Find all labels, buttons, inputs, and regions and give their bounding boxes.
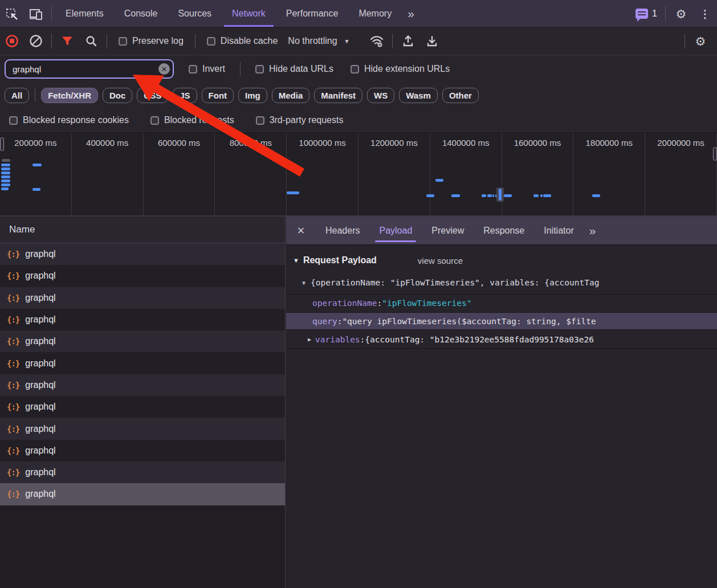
- filter-chip-css[interactable]: CSS: [137, 88, 168, 103]
- payload-summary-row[interactable]: ▼ {operationName: "ipFlowTimeseries", va…: [286, 273, 717, 292]
- name-column-header[interactable]: Name: [0, 217, 285, 243]
- disable-cache-checkbox[interactable]: Disable cache: [207, 36, 278, 46]
- checkbox[interactable]: [351, 65, 359, 74]
- filter-chip-media[interactable]: Media: [272, 88, 310, 103]
- collapse-triangle-icon[interactable]: ▼: [293, 257, 299, 264]
- network-conditions-icon[interactable]: [365, 34, 389, 48]
- payload-row-operation-name[interactable]: operationName: "ipFlowTimeseries": [286, 294, 717, 312]
- request-row[interactable]: {:}graphql: [0, 309, 285, 330]
- tab-preview[interactable]: Preview: [422, 217, 474, 244]
- kebab-menu-icon[interactable]: ⋮: [693, 1, 717, 27]
- request-row[interactable]: {:}graphql: [0, 330, 285, 352]
- request-row[interactable]: {:}graphql: [0, 352, 285, 374]
- settings-gear-icon[interactable]: ⚙: [669, 1, 693, 27]
- request-row[interactable]: {:}graphql: [0, 396, 285, 418]
- checkbox[interactable]: [150, 116, 159, 125]
- filter-chip-ws[interactable]: WS: [367, 88, 394, 103]
- tab-response[interactable]: Response: [474, 217, 534, 244]
- preserve-log-checkbox[interactable]: Preserve log: [119, 36, 184, 46]
- timeline-tick-label: 1000000 ms: [287, 133, 358, 215]
- device-toolbar-icon[interactable]: [24, 1, 48, 27]
- inspect-element-icon[interactable]: [0, 1, 24, 27]
- tab-initiator[interactable]: Initiator: [534, 217, 583, 244]
- request-row[interactable]: {:}graphql: [0, 462, 285, 483]
- search-icon[interactable]: [79, 35, 103, 47]
- request-row[interactable]: {:}graphql: [0, 483, 285, 505]
- divider: [51, 34, 52, 48]
- request-row[interactable]: {:}graphql: [0, 265, 285, 287]
- expand-triangle-icon[interactable]: ▶: [308, 336, 311, 342]
- tab-console[interactable]: Console: [114, 0, 168, 27]
- more-detail-tabs-icon[interactable]: »: [584, 217, 602, 244]
- network-filter-input[interactable]: [5, 59, 174, 79]
- third-party-requests-checkbox[interactable]: 3rd-party requests: [256, 115, 344, 125]
- filter-chip-all[interactable]: All: [5, 88, 29, 103]
- payload-row-variables[interactable]: ▶ variables: {accountTag: "b12e3b2192ee5…: [286, 330, 717, 349]
- filter-chip-wasm[interactable]: Wasm: [399, 88, 438, 103]
- tab-network[interactable]: Network: [222, 0, 276, 27]
- blocked-requests-checkbox[interactable]: Blocked requests: [150, 115, 234, 125]
- filter-chip-js[interactable]: JS: [173, 88, 197, 103]
- network-overview-timeline[interactable]: 200000 ms400000 ms600000 ms800000 ms1000…: [0, 133, 717, 217]
- tab-sources[interactable]: Sources: [168, 0, 222, 27]
- payload-section-title: Request Payload: [303, 255, 377, 266]
- xhr-braces-icon: {:}: [7, 424, 19, 434]
- filter-chip-manifest[interactable]: Manifest: [314, 88, 362, 103]
- filter-chip-doc[interactable]: Doc: [103, 88, 132, 103]
- clear-filter-icon[interactable]: ✕: [158, 63, 170, 75]
- throttling-dropdown[interactable]: No throttling ▼: [288, 36, 349, 46]
- divider: [107, 34, 107, 48]
- hide-extension-urls-checkbox[interactable]: Hide extension URLs: [351, 64, 450, 74]
- tab-performance[interactable]: Performance: [276, 0, 349, 27]
- collapse-triangle-icon[interactable]: ▼: [302, 280, 305, 286]
- overview-right-handle[interactable]: [713, 147, 717, 161]
- xhr-braces-icon: {:}: [7, 446, 19, 455]
- request-timing-bar: [543, 194, 551, 197]
- request-row[interactable]: {:}graphql: [0, 418, 285, 439]
- close-icon[interactable]: ×: [286, 217, 316, 244]
- clear-network-log-icon[interactable]: [24, 34, 48, 48]
- blocked-response-cookies-checkbox[interactable]: Blocked response cookies: [9, 115, 129, 125]
- filter-chip-fetch-xhr[interactable]: Fetch/XHR: [41, 88, 98, 103]
- tab-elements[interactable]: Elements: [55, 0, 114, 27]
- xhr-braces-icon: {:}: [7, 468, 19, 477]
- filter-chip-font[interactable]: Font: [202, 88, 234, 103]
- request-row[interactable]: {:}graphql: [0, 243, 285, 265]
- divider: [685, 34, 685, 48]
- request-row[interactable]: {:}graphql: [0, 374, 285, 396]
- network-settings-gear-icon[interactable]: ⚙: [689, 35, 712, 47]
- request-timing-bar: [426, 194, 434, 197]
- checkbox[interactable]: [207, 37, 215, 46]
- request-row[interactable]: {:}graphql: [0, 287, 285, 309]
- request-timing-bar: [1, 187, 9, 190]
- hide-data-urls-checkbox[interactable]: Hide data URLs: [255, 64, 333, 74]
- filter-funnel-icon[interactable]: [55, 35, 79, 47]
- issues-counter[interactable]: 1: [631, 0, 662, 27]
- xhr-braces-icon: {:}: [7, 337, 19, 346]
- tab-payload[interactable]: Payload: [369, 217, 422, 244]
- checkbox[interactable]: [255, 65, 264, 74]
- checkbox[interactable]: [119, 37, 127, 46]
- filter-bar: ✕ Invert Hide data URLs Hide extension U…: [0, 55, 717, 83]
- filter-chip-img[interactable]: Img: [238, 88, 267, 103]
- request-timing-bar: [435, 179, 443, 182]
- request-row[interactable]: {:}graphql: [0, 440, 285, 462]
- tab-headers[interactable]: Headers: [316, 217, 369, 244]
- xhr-braces-icon: {:}: [7, 250, 19, 259]
- issue-count: 1: [652, 9, 657, 19]
- checkbox[interactable]: [256, 116, 264, 125]
- more-tabs-icon[interactable]: »: [402, 0, 420, 27]
- checkbox[interactable]: [9, 116, 18, 125]
- payload-row-query[interactable]: query: "query ipFlowTimeseries($accountT…: [286, 312, 717, 330]
- tab-memory[interactable]: Memory: [348, 0, 402, 27]
- record-network-log-icon[interactable]: [0, 34, 24, 48]
- filter-chip-other[interactable]: Other: [442, 88, 479, 103]
- export-har-icon[interactable]: [420, 34, 444, 48]
- import-har-icon[interactable]: [396, 34, 420, 48]
- request-timing-bar: [32, 188, 40, 191]
- invert-checkbox[interactable]: Invert: [189, 64, 225, 74]
- view-source-toggle[interactable]: view source: [418, 256, 463, 266]
- overview-left-handle[interactable]: [0, 137, 4, 151]
- xhr-braces-icon: {:}: [7, 271, 19, 280]
- checkbox[interactable]: [189, 65, 197, 74]
